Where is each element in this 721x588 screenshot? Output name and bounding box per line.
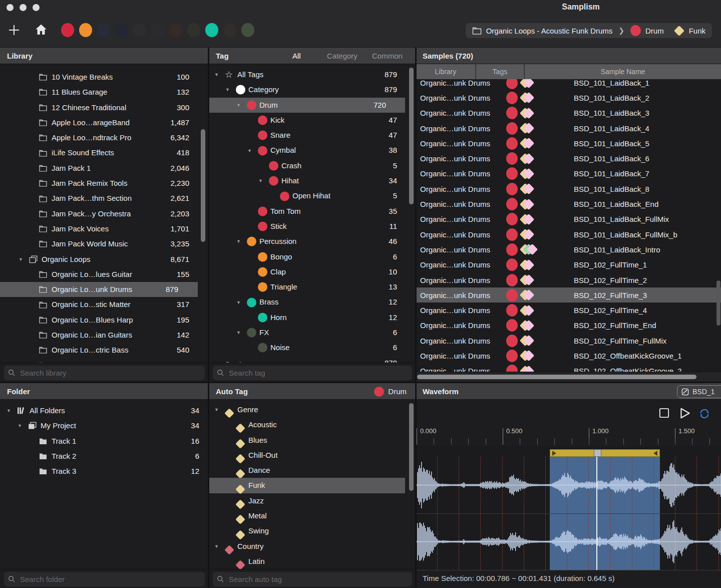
tag-row[interactable]: ▼Brass12 xyxy=(209,295,416,310)
current-sample-button[interactable]: BSD_1 xyxy=(677,385,721,398)
breadcrumb[interactable]: Organic Loops - Acoustic Funk Drums ❯ Dr… xyxy=(466,23,712,38)
sample-row[interactable]: Organic…unk DrumsBSD_101_LaidBack_Intro xyxy=(416,242,721,257)
tag-row[interactable]: Horn12 xyxy=(209,310,416,325)
library-row[interactable]: Apple Loo…ndtrack Pro6,342 xyxy=(0,130,209,145)
color-dot-6[interactable] xyxy=(151,23,164,37)
selection-handle-bar[interactable] xyxy=(550,449,660,457)
folder-row[interactable]: Track 312 xyxy=(0,464,209,479)
tag-row[interactable]: Crash5 xyxy=(209,158,416,173)
library-row[interactable]: Jam Pack Voices1,701 xyxy=(0,221,209,236)
sample-row[interactable]: Organic…unk DrumsBSD_101_LaidBack_3 xyxy=(416,106,721,121)
tag-row[interactable]: ▼☆All Tags879 xyxy=(209,67,416,82)
autotag-row[interactable]: Metal xyxy=(209,508,416,523)
selection-right-arrow-icon[interactable] xyxy=(653,451,657,456)
color-dot-1[interactable] xyxy=(61,23,74,37)
library-row[interactable]: Jam Pack…y Orchestra2,203 xyxy=(0,206,209,221)
autotag-row[interactable]: Acoustic xyxy=(209,417,416,432)
play-button[interactable] xyxy=(678,407,691,422)
autotag-row[interactable]: Blues xyxy=(209,433,416,448)
color-dot-10[interactable] xyxy=(223,23,236,37)
tag-row[interactable]: ▼FX6 xyxy=(209,325,416,340)
autotag-row[interactable]: Chill-Out xyxy=(209,448,416,463)
library-row[interactable]: Organic Lo…unk Drums879 xyxy=(0,282,198,297)
tab-category[interactable]: Category xyxy=(327,48,357,64)
disclosure-triangle-icon[interactable]: ▼ xyxy=(214,407,219,412)
selection-left-arrow-icon[interactable] xyxy=(552,451,556,456)
tag-row[interactable]: Clap10 xyxy=(209,264,416,279)
library-row[interactable]: Organic Lo…lues Guitar155 xyxy=(0,267,209,282)
autotag-row[interactable]: ▼Country xyxy=(209,539,416,554)
sample-row[interactable]: Organic…unk DrumsBSD_101_LaidBack_6 xyxy=(416,151,721,166)
autotag-row[interactable]: Dance xyxy=(209,463,416,478)
selection-center-handle[interactable] xyxy=(594,449,601,457)
color-dot-9[interactable] xyxy=(205,23,218,37)
sample-row[interactable]: Organic…unk DrumsBSD_101_LaidBack_7 xyxy=(416,166,721,181)
disclosure-triangle-icon[interactable]: ▼ xyxy=(19,257,23,262)
library-row[interactable] xyxy=(0,358,209,363)
tag-row[interactable]: Triangle13 xyxy=(209,279,416,295)
tag-row[interactable]: Kick47 xyxy=(209,113,416,128)
sample-row[interactable]: Organic…unk DrumsBSD_102_FullTime_End xyxy=(416,318,721,333)
tag-row[interactable]: ▼Hihat34 xyxy=(209,173,416,188)
sample-row[interactable]: Organic…unk DrumsBSD_101_LaidBack_4 xyxy=(416,121,721,136)
sample-row[interactable]: Organic…unk DrumsBSD_101_LaidBack_End xyxy=(416,196,721,211)
library-row[interactable]: 10 Vintage Breaks100 xyxy=(0,70,209,85)
disclosure-triangle-icon[interactable]: ▼ xyxy=(236,239,241,244)
search-library-input[interactable] xyxy=(4,366,205,380)
sample-row[interactable]: Organic…unk DrumsBSD_101_LaidBack_2 xyxy=(416,90,721,105)
zoom-window-button[interactable] xyxy=(33,4,40,11)
loop-button[interactable] xyxy=(698,408,710,422)
search-folder-input[interactable] xyxy=(4,572,205,586)
tag-row[interactable]: Tom Tom35 xyxy=(209,204,416,219)
sample-row[interactable]: Organic…unk DrumsBSD_102_FullTime_2 xyxy=(416,272,721,287)
folder-row[interactable]: Track 116 xyxy=(0,434,209,449)
disclosure-triangle-icon[interactable]: ▼ xyxy=(236,103,241,108)
add-button[interactable] xyxy=(7,23,22,40)
color-dot-4[interactable] xyxy=(115,23,128,37)
playhead[interactable] xyxy=(596,457,597,570)
autotag-row[interactable]: Latin xyxy=(209,554,416,569)
library-row[interactable]: Jam Pack…thm Section2,621 xyxy=(0,191,209,206)
tab-all[interactable]: All xyxy=(292,48,301,64)
column-sample-name[interactable]: Sample Name xyxy=(524,64,721,79)
color-dot-5[interactable] xyxy=(133,23,146,37)
library-row[interactable]: Jam Pack Remix Tools2,230 xyxy=(0,176,209,191)
sample-row[interactable]: Organic…unk DrumsBSD_101_LaidBack_8 xyxy=(416,181,721,196)
library-scrollbar[interactable] xyxy=(201,129,205,242)
folder-row[interactable]: ▼All Folders34 xyxy=(0,403,209,418)
autotag-row[interactable]: Funk xyxy=(209,478,405,493)
samples-hscroll-thumb[interactable] xyxy=(417,375,696,379)
sample-row[interactable]: Organic…unk DrumsBSD_101_LaidBack_FullMi… xyxy=(416,212,721,227)
library-row[interactable]: ▼Organic Loops8,671 xyxy=(0,252,209,267)
column-library[interactable]: Library xyxy=(416,64,475,79)
tag-row[interactable]: ▼879 xyxy=(209,356,416,363)
library-row[interactable]: Organic Lo…ctric Bass540 xyxy=(0,343,209,358)
color-dot-2[interactable] xyxy=(79,23,92,37)
disclosure-triangle-icon[interactable]: ▼ xyxy=(247,148,252,153)
stop-button[interactable] xyxy=(658,407,670,421)
disclosure-triangle-icon[interactable]: ▼ xyxy=(18,423,22,428)
tag-row[interactable]: ▼Category879 xyxy=(209,82,416,97)
color-dot-7[interactable] xyxy=(169,23,182,37)
disclosure-triangle-icon[interactable]: ▼ xyxy=(258,178,263,183)
tag-row[interactable]: ▼Drum720 xyxy=(209,98,405,113)
sample-row[interactable]: Organic…unk DrumsBSD_102_FullTime_1 xyxy=(416,257,721,272)
search-autotag-input[interactable] xyxy=(213,572,412,586)
sample-row[interactable]: Organic…unk DrumsBSD_101_LaidBack_5 xyxy=(416,136,721,151)
sample-row[interactable]: Organic…unk DrumsBSD_102_FullTime_4 xyxy=(416,303,721,318)
sample-row[interactable]: Organic…unk DrumsBSD_101_LaidBack_1 xyxy=(416,79,721,90)
autotag-row[interactable]: ▼Genre xyxy=(209,402,416,417)
waveform-display[interactable] xyxy=(416,446,721,570)
library-row[interactable]: Jam Pack 12,046 xyxy=(0,161,209,176)
tag-row[interactable]: Stick11 xyxy=(209,219,416,234)
library-row[interactable]: Apple Loo…arageBand1,487 xyxy=(0,115,209,130)
library-row[interactable]: Jam Pack World Music3,235 xyxy=(0,236,209,251)
tag-row[interactable]: Snare47 xyxy=(209,128,416,143)
disclosure-triangle-icon[interactable]: ▼ xyxy=(214,544,219,549)
tag-scrollbar[interactable] xyxy=(409,68,414,204)
color-dot-8[interactable] xyxy=(187,23,200,37)
tag-row[interactable]: Bongo6 xyxy=(209,249,416,264)
disclosure-triangle-icon[interactable]: ▼ xyxy=(236,300,241,305)
color-dot-11[interactable] xyxy=(241,23,254,37)
disclosure-triangle-icon[interactable]: ▼ xyxy=(225,87,230,92)
